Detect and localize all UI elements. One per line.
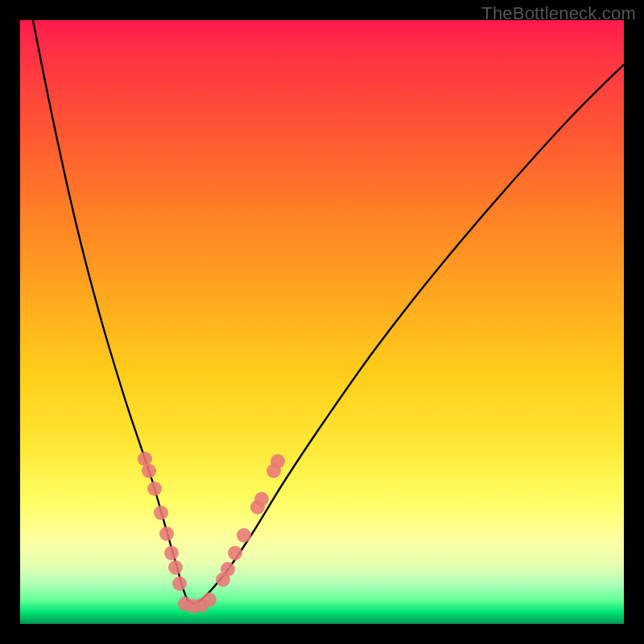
data-marker: [202, 592, 217, 607]
curve-svg: [20, 20, 624, 624]
data-marker: [270, 454, 285, 469]
data-marker: [168, 560, 183, 575]
bottleneck-curve-path: [28, 20, 624, 604]
data-marker: [147, 481, 162, 496]
data-marker: [154, 506, 168, 520]
chart-frame: TheBottleneck.com: [0, 0, 644, 644]
data-marker: [164, 546, 179, 560]
data-marker: [254, 492, 269, 506]
plot-area: [20, 20, 624, 624]
data-marker: [172, 576, 187, 591]
data-marker: [237, 528, 251, 543]
data-marker: [159, 526, 174, 541]
data-marker: [142, 464, 156, 478]
bottleneck-curve: [28, 20, 624, 604]
data-marker: [228, 546, 242, 560]
data-marker: [221, 562, 235, 576]
